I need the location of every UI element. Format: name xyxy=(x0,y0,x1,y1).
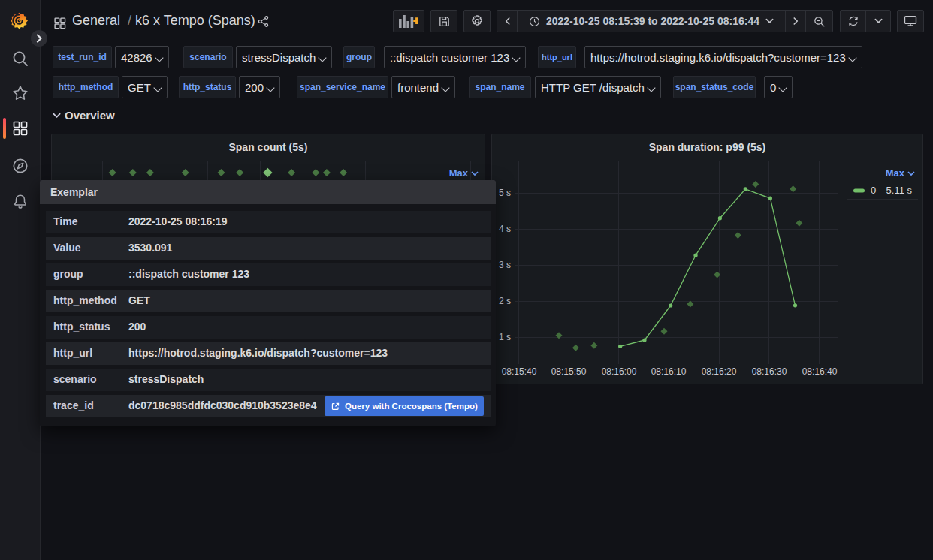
svg-text:2 s: 2 s xyxy=(499,296,511,306)
svg-text:1 s: 1 s xyxy=(499,332,511,342)
svg-text:08:16:40: 08:16:40 xyxy=(802,366,838,377)
svg-text:08:16:30: 08:16:30 xyxy=(752,366,787,377)
svg-text:08:15:40: 08:15:40 xyxy=(502,366,537,377)
svg-text:3 s: 3 s xyxy=(499,260,511,270)
svg-text:08:16:00: 08:16:00 xyxy=(602,366,637,377)
svg-text:Max: Max xyxy=(886,167,905,179)
svg-text:08:15:50: 08:15:50 xyxy=(551,366,587,377)
svg-text:08:16:10: 08:16:10 xyxy=(651,366,687,377)
svg-text:5.11 s: 5.11 s xyxy=(886,185,913,196)
svg-text:08:16:20: 08:16:20 xyxy=(702,366,737,377)
svg-text:Max: Max xyxy=(449,167,469,179)
svg-text:5 s: 5 s xyxy=(499,188,511,198)
svg-text:0: 0 xyxy=(871,185,876,196)
svg-text:4 s: 4 s xyxy=(499,224,511,234)
